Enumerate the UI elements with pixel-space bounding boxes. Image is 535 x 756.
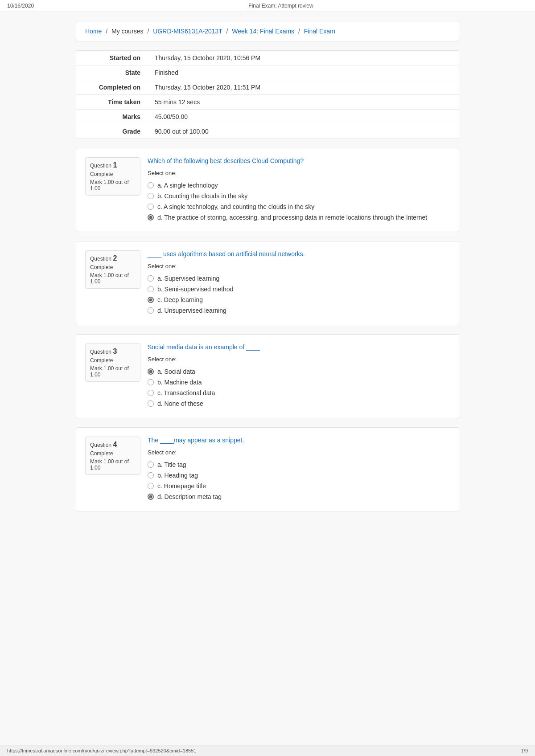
radio-selected-icon (148, 297, 154, 303)
browser-date: 10/16/2020 (7, 3, 34, 9)
marks-label: Marks (76, 110, 148, 124)
option-label-1-a: a. A single technology (157, 182, 218, 189)
attempt-started-row: Started on Thursday, 15 October 2020, 10… (76, 51, 459, 65)
option-3-a: a. Social data (148, 366, 450, 377)
question-mark-2: Mark 1.00 out of 1.00 (90, 272, 136, 285)
breadcrumb-course[interactable]: UGRD-MIS6131A-2013T (153, 28, 222, 35)
breadcrumb: Home / My courses / UGRD-MIS6131A-2013T … (76, 21, 459, 41)
option-label-2-a: a. Supervised learning (157, 275, 219, 282)
question-body-1: Which of the following best describes Cl… (148, 157, 450, 223)
question-sidebar-3: Question 3 Complete Mark 1.00 out of 1.0… (85, 343, 148, 409)
select-one-label-4: Select one: (148, 449, 450, 456)
state-label: State (76, 65, 148, 80)
radio-unselected-icon (148, 483, 154, 489)
question-mark-3: Mark 1.00 out of 1.00 (90, 365, 136, 378)
breadcrumb-week[interactable]: Week 14: Final Exams (232, 28, 294, 35)
question-sidebar-box-1: Question 1 Complete Mark 1.00 out of 1.0… (85, 157, 140, 196)
option-label-4-a: a. Title tag (157, 461, 186, 468)
question-card-1: Question 1 Complete Mark 1.00 out of 1.0… (76, 148, 459, 232)
option-label-4-b: b. Heading tag (157, 472, 198, 479)
option-4-d: d. Description meta tag (148, 491, 450, 502)
question-num-2: Question 2 (90, 254, 136, 262)
started-on-label: Started on (76, 51, 148, 65)
radio-unselected-icon (148, 307, 154, 314)
question-sidebar-2: Question 2 Complete Mark 1.00 out of 1.0… (85, 250, 148, 316)
select-one-label-3: Select one: (148, 356, 450, 363)
option-4-b: b. Heading tag (148, 470, 450, 481)
questions-container: Question 1 Complete Mark 1.00 out of 1.0… (76, 148, 459, 511)
grade-value: 90.00 out of 100.00 (148, 124, 459, 139)
question-card-3: Question 3 Complete Mark 1.00 out of 1.0… (76, 334, 459, 418)
question-text-1: Which of the following best describes Cl… (148, 157, 450, 164)
question-mark-4: Mark 1.00 out of 1.00 (90, 458, 136, 471)
option-4-c: c. Homepage title (148, 481, 450, 491)
options-list-3: a. Social datab. Machine datac. Transact… (148, 366, 450, 409)
radio-unselected-icon (148, 204, 154, 210)
browser-page-title: Final Exam: Attempt review (248, 3, 313, 9)
question-sidebar-box-2: Question 2 Complete Mark 1.00 out of 1.0… (85, 250, 140, 289)
breadcrumb-exam[interactable]: Final Exam (304, 28, 335, 35)
started-on-value: Thursday, 15 October 2020, 10:56 PM (148, 51, 459, 65)
radio-unselected-icon (148, 182, 154, 188)
radio-selected-icon (148, 214, 154, 221)
select-one-label-1: Select one: (148, 170, 450, 176)
option-1-b: b. Counting the clouds in the sky (148, 191, 450, 201)
option-2-d: d. Unsupervised learning (148, 305, 450, 316)
question-body-4: The ____may appear as a snippet.Select o… (148, 437, 450, 502)
option-3-c: c. Transactional data (148, 388, 450, 398)
question-text-2: ____ uses algorithms based on artificial… (148, 250, 450, 257)
question-num-1: Question 1 (90, 161, 136, 169)
state-value: Finished (148, 65, 459, 80)
completed-on-label: Completed on (76, 80, 148, 95)
option-label-2-b: b. Semi-supervised method (157, 286, 233, 293)
question-text-3: Social media data is an example of ____ (148, 343, 450, 351)
option-2-b: b. Semi-supervised method (148, 284, 450, 294)
question-num-4: Question 4 (90, 441, 136, 449)
question-text-4: The ____may appear as a snippet. (148, 437, 450, 444)
question-status-1: Complete (90, 171, 136, 177)
question-sidebar-box-3: Question 3 Complete Mark 1.00 out of 1.0… (85, 343, 140, 382)
radio-selected-icon (148, 494, 154, 500)
option-1-c: c. A single technology, and counting the… (148, 201, 450, 212)
question-mark-1: Mark 1.00 out of 1.00 (90, 179, 136, 192)
question-sidebar-box-4: Question 4 Complete Mark 1.00 out of 1.0… (85, 437, 140, 475)
grade-label: Grade (76, 124, 148, 139)
radio-unselected-icon (148, 193, 154, 199)
option-1-a: a. A single technology (148, 180, 450, 191)
question-num-3: Question 3 (90, 347, 136, 356)
option-label-2-d: d. Unsupervised learning (157, 307, 226, 314)
question-body-3: Social media data is an example of ____S… (148, 343, 450, 409)
question-card-2: Question 2 Complete Mark 1.00 out of 1.0… (76, 241, 459, 325)
options-list-1: a. A single technologyb. Counting the cl… (148, 180, 450, 223)
question-sidebar-4: Question 4 Complete Mark 1.00 out of 1.0… (85, 437, 148, 502)
select-one-label-2: Select one: (148, 263, 450, 270)
option-3-d: d. None of these (148, 398, 450, 409)
marks-value: 45.00/50.00 (148, 110, 459, 124)
option-label-3-a: a. Social data (157, 368, 195, 375)
radio-selected-icon (148, 368, 154, 375)
radio-unselected-icon (148, 275, 154, 282)
main-container: Home / My courses / UGRD-MIS6131A-2013T … (67, 21, 468, 511)
browser-bar: 10/16/2020 Final Exam: Attempt review (0, 0, 535, 12)
radio-unselected-icon (148, 379, 154, 385)
option-2-c: c. Deep learning (148, 294, 450, 305)
breadcrumb-mycourses: My courses (111, 28, 144, 35)
attempt-table: Started on Thursday, 15 October 2020, 10… (76, 51, 459, 139)
breadcrumb-home[interactable]: Home (85, 28, 102, 35)
options-list-2: a. Supervised learningb. Semi-supervised… (148, 273, 450, 316)
attempt-grade-row: Grade 90.00 out of 100.00 (76, 124, 459, 139)
option-label-3-d: d. None of these (157, 400, 203, 407)
option-label-1-b: b. Counting the clouds in the sky (157, 192, 247, 200)
question-sidebar-1: Question 1 Complete Mark 1.00 out of 1.0… (85, 157, 148, 223)
attempt-completed-row: Completed on Thursday, 15 October 2020, … (76, 80, 459, 95)
option-label-2-c: c. Deep learning (157, 296, 203, 303)
question-card-4: Question 4 Complete Mark 1.00 out of 1.0… (76, 427, 459, 511)
radio-unselected-icon (148, 286, 154, 292)
option-label-1-c: c. A single technology, and counting the… (157, 203, 314, 210)
attempt-info-box: Started on Thursday, 15 October 2020, 10… (76, 50, 459, 139)
option-label-4-d: d. Description meta tag (157, 493, 222, 500)
time-taken-label: Time taken (76, 95, 148, 110)
option-1-d: d. The practice of storing, accessing, a… (148, 212, 450, 223)
option-2-a: a. Supervised learning (148, 273, 450, 284)
question-status-4: Complete (90, 450, 136, 457)
